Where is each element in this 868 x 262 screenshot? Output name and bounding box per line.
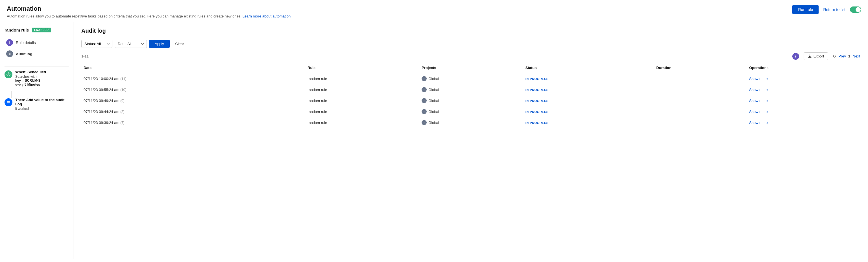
key-value: key = SCRUM-8 [15, 79, 40, 82]
status-badge-2: IN PROGRESS [526, 99, 549, 103]
status-filter[interactable]: Status: All In Progress Success Error [81, 40, 113, 48]
apply-button[interactable]: Apply [149, 40, 170, 48]
table-body: 07/11/23 10:00:24 am (11) random rule Gl… [81, 73, 860, 128]
interval-value: 5 Minutes [25, 82, 40, 86]
rule-name-text: random rule [4, 28, 29, 32]
svg-rect-3 [7, 102, 10, 102]
project-name-3: Global [428, 110, 439, 114]
export-button[interactable]: Export [804, 52, 829, 60]
date-value-1: 07/11/23 09:55:24 am [84, 88, 119, 92]
show-more-button-0[interactable]: Show more [749, 77, 768, 81]
learn-more-link[interactable]: Learn more about automation [243, 14, 291, 18]
sidebar-when-section: When: Scheduled Searches with: key = SCR… [4, 70, 69, 111]
filter-bar: Status: All In Progress Success Error Da… [81, 40, 860, 48]
project-icon-3 [422, 109, 427, 114]
date-count-2: (9) [120, 99, 125, 103]
date-value-3: 07/11/23 09:44:24 am [84, 110, 119, 114]
show-more-button-4[interactable]: Show more [749, 121, 768, 125]
cell-project-2: Global [419, 95, 523, 106]
run-rule-button[interactable]: Run rule [792, 5, 818, 14]
cell-project-4: Global [419, 117, 523, 128]
page-title: Audit log [81, 28, 860, 34]
svg-rect-1 [8, 74, 9, 75]
export-label: Export [813, 54, 824, 58]
date-value-0: 07/11/23 10:00:24 am [84, 77, 119, 81]
table-header: Date Rule Projects Status Duration Opera… [81, 63, 860, 73]
when-trigger-content: When: Scheduled Searches with: key = SCR… [15, 70, 46, 86]
cell-status-4: IN PROGRESS [523, 117, 654, 128]
rule-name-header: random rule ENABLED [4, 28, 69, 32]
audit-icon: ≡ [6, 50, 13, 57]
cell-operations-2: Show more [747, 95, 860, 106]
col-operations: Operations [747, 63, 860, 73]
cell-duration-3 [654, 106, 747, 117]
then-trigger-content: Then: Add value to the audit Log it work… [15, 98, 69, 111]
cell-date-0: 07/11/23 10:00:24 am (11) [81, 73, 305, 84]
project-icon-0 [422, 76, 427, 81]
description-text: Automation rules allow you to automate r… [7, 14, 241, 18]
every-text: every [15, 82, 24, 86]
cell-project-0: Global [419, 73, 523, 84]
cell-rule-0: random rule [305, 73, 419, 84]
date-count-3: (8) [120, 110, 125, 114]
project-icon-1 [422, 87, 427, 92]
col-duration: Duration [654, 63, 747, 73]
cell-operations-1: Show more [747, 84, 860, 95]
project-name-4: Global [428, 121, 439, 125]
cell-operations-4: Show more [747, 117, 860, 128]
cell-date-1: 07/11/23 09:55:24 am (10) [81, 84, 305, 95]
cell-status-0: IN PROGRESS [523, 73, 654, 84]
then-trigger: Then: Add value to the audit Log it work… [4, 98, 69, 111]
when-trigger-detail: Searches with: key = SCRUM-8 every 5 Min… [15, 75, 46, 86]
date-filter[interactable]: Date: All Today Last 7 days Last 30 days [115, 40, 147, 48]
show-more-button-2[interactable]: Show more [749, 99, 768, 103]
pagination-controls: ↻ Prev 1 Next [833, 54, 860, 59]
top-bar: Automation Automation rules allow you to… [0, 0, 868, 22]
date-count-0: (11) [120, 77, 126, 81]
sidebar-label-rule-details: Rule details [16, 41, 36, 45]
date-count-4: (7) [120, 121, 125, 125]
show-more-button-1[interactable]: Show more [749, 88, 768, 92]
project-icon-2 [422, 98, 427, 103]
app-title: Automation [7, 5, 789, 12]
col-date: Date [81, 63, 305, 73]
when-trigger: When: Scheduled Searches with: key = SCR… [4, 70, 69, 86]
next-button[interactable]: Next [852, 54, 860, 58]
project-icon-4 [422, 120, 427, 125]
date-count-1: (10) [120, 88, 126, 92]
when-icon [4, 70, 12, 78]
cell-rule-1: random rule [305, 84, 419, 95]
refresh-icon[interactable]: ↻ [833, 54, 836, 59]
cell-duration-4 [654, 117, 747, 128]
right-actions: i Export ↻ Prev 1 Next [792, 52, 860, 60]
table-row: 07/11/23 09:39:24 am (7) random rule Glo… [81, 117, 860, 128]
app-description: Automation rules allow you to automate r… [7, 14, 789, 18]
clear-button[interactable]: Clear [172, 40, 187, 48]
when-trigger-title: When: Scheduled [15, 70, 46, 74]
sidebar-item-audit-log[interactable]: ≡ Audit log [4, 48, 69, 60]
sidebar-divider [4, 66, 69, 67]
cell-project-3: Global [419, 106, 523, 117]
col-projects: Projects [419, 63, 523, 73]
enabled-toggle[interactable] [850, 6, 861, 13]
table-row: 07/11/23 10:00:24 am (11) random rule Gl… [81, 73, 860, 84]
main-layout: random rule ENABLED i Rule details ≡ Aud… [0, 22, 868, 259]
audit-table: Date Rule Projects Status Duration Opera… [81, 63, 860, 128]
return-to-list-button[interactable]: Return to list [823, 7, 845, 12]
show-more-button-3[interactable]: Show more [749, 110, 768, 114]
info-circle-icon[interactable]: i [792, 53, 799, 60]
prev-button[interactable]: Prev [838, 54, 846, 58]
date-value-2: 07/11/23 09:49:24 am [84, 99, 119, 103]
sidebar: random rule ENABLED i Rule details ≡ Aud… [0, 22, 73, 259]
sidebar-item-rule-details[interactable]: i Rule details [4, 37, 69, 48]
project-name-2: Global [428, 99, 439, 103]
status-badge-4: IN PROGRESS [526, 121, 549, 124]
cell-operations-3: Show more [747, 106, 860, 117]
col-rule: Rule [305, 63, 419, 73]
svg-rect-5 [7, 103, 10, 103]
cell-date-2: 07/11/23 09:49:24 am (9) [81, 95, 305, 106]
svg-rect-2 [8, 75, 9, 75]
status-badge-3: IN PROGRESS [526, 110, 549, 114]
status-badge-0: IN PROGRESS [526, 77, 549, 81]
cell-status-2: IN PROGRESS [523, 95, 654, 106]
